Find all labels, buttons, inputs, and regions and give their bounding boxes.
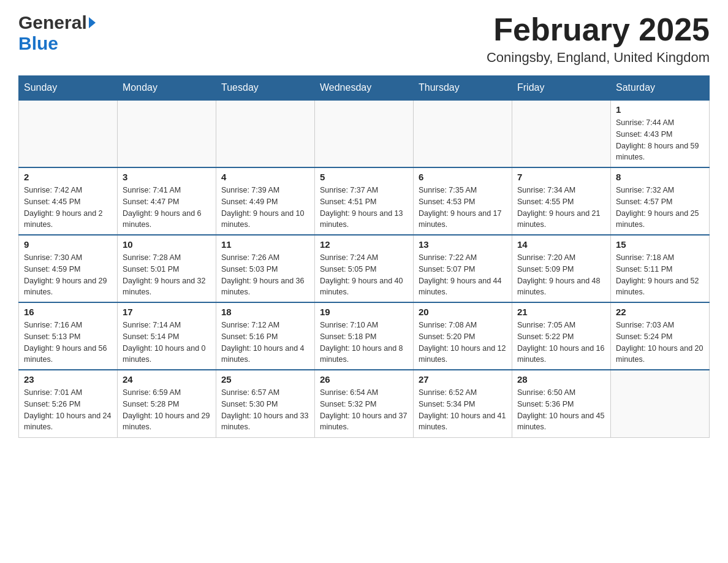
day-cell: 25Sunrise: 6:57 AMSunset: 5:30 PMDayligh… bbox=[216, 370, 315, 437]
day-cell: 6Sunrise: 7:35 AMSunset: 4:53 PMDaylight… bbox=[414, 167, 512, 235]
day-info: Sunrise: 7:12 AMSunset: 5:16 PMDaylight:… bbox=[221, 320, 309, 366]
day-number: 8 bbox=[616, 172, 704, 182]
day-cell: 8Sunrise: 7:32 AMSunset: 4:57 PMDaylight… bbox=[611, 167, 710, 235]
day-cell: 14Sunrise: 7:20 AMSunset: 5:09 PMDayligh… bbox=[512, 235, 611, 302]
day-info: Sunrise: 6:52 AMSunset: 5:34 PMDaylight:… bbox=[419, 387, 507, 433]
day-number: 20 bbox=[419, 307, 507, 317]
day-number: 10 bbox=[123, 239, 211, 250]
day-number: 7 bbox=[517, 172, 605, 182]
day-number: 25 bbox=[221, 374, 309, 385]
calendar-table: SundayMondayTuesdayWednesdayThursdayFrid… bbox=[18, 75, 710, 438]
day-number: 5 bbox=[320, 172, 408, 182]
day-number: 9 bbox=[24, 239, 112, 250]
day-number: 23 bbox=[24, 374, 112, 385]
day-info: Sunrise: 7:18 AMSunset: 5:11 PMDaylight:… bbox=[616, 252, 704, 298]
day-number: 14 bbox=[517, 239, 605, 250]
day-cell: 4Sunrise: 7:39 AMSunset: 4:49 PMDaylight… bbox=[216, 167, 315, 235]
logo-blue-text: Blue bbox=[18, 33, 58, 53]
day-number: 24 bbox=[123, 374, 211, 385]
day-info: Sunrise: 7:01 AMSunset: 5:26 PMDaylight:… bbox=[24, 387, 112, 433]
day-cell: 7Sunrise: 7:34 AMSunset: 4:55 PMDaylight… bbox=[512, 167, 611, 235]
day-info: Sunrise: 7:20 AMSunset: 5:09 PMDaylight:… bbox=[517, 252, 605, 298]
day-cell: 26Sunrise: 6:54 AMSunset: 5:32 PMDayligh… bbox=[315, 370, 414, 437]
logo-general-text: General bbox=[18, 12, 87, 33]
col-header-saturday: Saturday bbox=[611, 76, 710, 101]
day-number: 15 bbox=[616, 239, 704, 250]
col-header-friday: Friday bbox=[512, 76, 611, 101]
day-number: 17 bbox=[123, 307, 211, 317]
day-info: Sunrise: 7:26 AMSunset: 5:03 PMDaylight:… bbox=[221, 252, 309, 298]
day-info: Sunrise: 7:32 AMSunset: 4:57 PMDaylight:… bbox=[616, 185, 704, 231]
day-cell: 15Sunrise: 7:18 AMSunset: 5:11 PMDayligh… bbox=[611, 235, 710, 302]
day-info: Sunrise: 7:10 AMSunset: 5:18 PMDaylight:… bbox=[320, 320, 408, 366]
calendar-header-row: SundayMondayTuesdayWednesdayThursdayFrid… bbox=[19, 76, 710, 101]
day-info: Sunrise: 7:37 AMSunset: 4:51 PMDaylight:… bbox=[320, 185, 408, 231]
day-number: 21 bbox=[517, 307, 605, 317]
col-header-monday: Monday bbox=[118, 76, 216, 101]
day-cell: 10Sunrise: 7:28 AMSunset: 5:01 PMDayligh… bbox=[118, 235, 216, 302]
col-header-sunday: Sunday bbox=[19, 76, 118, 101]
day-number: 3 bbox=[123, 172, 211, 182]
day-number: 26 bbox=[320, 374, 408, 385]
day-cell: 27Sunrise: 6:52 AMSunset: 5:34 PMDayligh… bbox=[414, 370, 512, 437]
day-cell bbox=[512, 100, 611, 167]
day-cell: 20Sunrise: 7:08 AMSunset: 5:20 PMDayligh… bbox=[414, 302, 512, 370]
day-number: 12 bbox=[320, 239, 408, 250]
day-info: Sunrise: 7:41 AMSunset: 4:47 PMDaylight:… bbox=[123, 185, 211, 231]
day-info: Sunrise: 7:22 AMSunset: 5:07 PMDaylight:… bbox=[419, 252, 507, 298]
day-cell: 23Sunrise: 7:01 AMSunset: 5:26 PMDayligh… bbox=[19, 370, 118, 437]
day-info: Sunrise: 7:16 AMSunset: 5:13 PMDaylight:… bbox=[24, 320, 112, 366]
day-cell: 3Sunrise: 7:41 AMSunset: 4:47 PMDaylight… bbox=[118, 167, 216, 235]
day-info: Sunrise: 7:08 AMSunset: 5:20 PMDaylight:… bbox=[419, 320, 507, 366]
page-header: General Blue February 2025 Coningsby, En… bbox=[18, 12, 710, 66]
day-cell: 19Sunrise: 7:10 AMSunset: 5:18 PMDayligh… bbox=[315, 302, 414, 370]
day-info: Sunrise: 7:24 AMSunset: 5:05 PMDaylight:… bbox=[320, 252, 408, 298]
day-number: 1 bbox=[616, 104, 704, 115]
day-number: 27 bbox=[419, 374, 507, 385]
week-row-4: 16Sunrise: 7:16 AMSunset: 5:13 PMDayligh… bbox=[19, 302, 710, 370]
day-cell: 24Sunrise: 6:59 AMSunset: 5:28 PMDayligh… bbox=[118, 370, 216, 437]
day-info: Sunrise: 7:14 AMSunset: 5:14 PMDaylight:… bbox=[123, 320, 211, 366]
day-info: Sunrise: 7:39 AMSunset: 4:49 PMDaylight:… bbox=[221, 185, 309, 231]
day-number: 6 bbox=[419, 172, 507, 182]
day-cell bbox=[611, 370, 710, 437]
page-title: February 2025 bbox=[487, 12, 710, 47]
day-info: Sunrise: 6:54 AMSunset: 5:32 PMDaylight:… bbox=[320, 387, 408, 433]
day-number: 22 bbox=[616, 307, 704, 317]
page-subtitle: Coningsby, England, United Kingdom bbox=[487, 50, 710, 66]
col-header-wednesday: Wednesday bbox=[315, 76, 414, 101]
day-cell bbox=[118, 100, 216, 167]
day-number: 2 bbox=[24, 172, 112, 182]
day-cell: 13Sunrise: 7:22 AMSunset: 5:07 PMDayligh… bbox=[414, 235, 512, 302]
day-cell bbox=[414, 100, 512, 167]
week-row-2: 2Sunrise: 7:42 AMSunset: 4:45 PMDaylight… bbox=[19, 167, 710, 235]
day-number: 16 bbox=[24, 307, 112, 317]
day-number: 28 bbox=[517, 374, 605, 385]
day-cell: 2Sunrise: 7:42 AMSunset: 4:45 PMDaylight… bbox=[19, 167, 118, 235]
week-row-5: 23Sunrise: 7:01 AMSunset: 5:26 PMDayligh… bbox=[19, 370, 710, 437]
logo-line1: General bbox=[18, 12, 96, 33]
day-cell: 16Sunrise: 7:16 AMSunset: 5:13 PMDayligh… bbox=[19, 302, 118, 370]
day-cell bbox=[19, 100, 118, 167]
day-info: Sunrise: 6:50 AMSunset: 5:36 PMDaylight:… bbox=[517, 387, 605, 433]
day-info: Sunrise: 7:35 AMSunset: 4:53 PMDaylight:… bbox=[419, 185, 507, 231]
day-info: Sunrise: 7:42 AMSunset: 4:45 PMDaylight:… bbox=[24, 185, 112, 231]
day-info: Sunrise: 6:59 AMSunset: 5:28 PMDaylight:… bbox=[123, 387, 211, 433]
day-cell: 17Sunrise: 7:14 AMSunset: 5:14 PMDayligh… bbox=[118, 302, 216, 370]
day-cell bbox=[315, 100, 414, 167]
week-row-3: 9Sunrise: 7:30 AMSunset: 4:59 PMDaylight… bbox=[19, 235, 710, 302]
day-number: 4 bbox=[221, 172, 309, 182]
day-info: Sunrise: 7:05 AMSunset: 5:22 PMDaylight:… bbox=[517, 320, 605, 366]
day-info: Sunrise: 7:30 AMSunset: 4:59 PMDaylight:… bbox=[24, 252, 112, 298]
day-info: Sunrise: 7:03 AMSunset: 5:24 PMDaylight:… bbox=[616, 320, 704, 366]
day-cell: 18Sunrise: 7:12 AMSunset: 5:16 PMDayligh… bbox=[216, 302, 315, 370]
title-block: February 2025 Coningsby, England, United… bbox=[487, 12, 710, 66]
day-cell: 28Sunrise: 6:50 AMSunset: 5:36 PMDayligh… bbox=[512, 370, 611, 437]
day-cell: 21Sunrise: 7:05 AMSunset: 5:22 PMDayligh… bbox=[512, 302, 611, 370]
day-number: 19 bbox=[320, 307, 408, 317]
day-cell: 1Sunrise: 7:44 AMSunset: 4:43 PMDaylight… bbox=[611, 100, 710, 167]
day-cell: 11Sunrise: 7:26 AMSunset: 5:03 PMDayligh… bbox=[216, 235, 315, 302]
day-info: Sunrise: 7:34 AMSunset: 4:55 PMDaylight:… bbox=[517, 185, 605, 231]
week-row-1: 1Sunrise: 7:44 AMSunset: 4:43 PMDaylight… bbox=[19, 100, 710, 167]
logo-arrow-icon bbox=[89, 17, 96, 28]
